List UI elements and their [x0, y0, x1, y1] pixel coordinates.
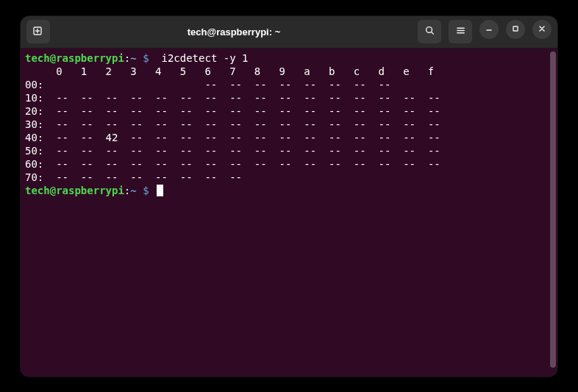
terminal-content: tech@raspberrypi:~ $ i2cdetect -y 1 0 1 … — [25, 51, 553, 197]
i2c-row-label: 10: — [25, 92, 43, 104]
prompt-symbol: $ — [143, 52, 149, 64]
search-icon — [424, 25, 435, 38]
i2c-row-label: 00: — [25, 79, 43, 90]
i2c-row-cells: -- -- -- -- -- -- -- -- -- -- -- -- -- -… — [43, 92, 440, 104]
minimize-icon — [485, 24, 493, 35]
prompt-user-host: tech@raspberrypi — [25, 185, 124, 196]
titlebar: tech@raspberrypi: ~ — [21, 16, 557, 49]
scrollbar[interactable] — [550, 51, 556, 368]
i2c-header: 0 1 2 3 4 5 6 7 8 9 a b c d e f — [25, 65, 434, 77]
titlebar-left — [26, 20, 50, 43]
hamburger-icon — [455, 25, 466, 38]
maximize-icon — [511, 24, 520, 35]
i2c-row-label: 60: — [25, 158, 43, 170]
i2c-row-cells: -- -- -- -- -- -- -- -- — [43, 171, 242, 183]
prompt-user-host: tech@raspberrypi — [25, 52, 124, 64]
i2c-row-label: 20: — [25, 105, 43, 117]
terminal-body[interactable]: tech@raspberrypi:~ $ i2cdetect -y 1 0 1 … — [21, 49, 557, 377]
i2c-row-cells: -- -- -- -- -- -- -- -- — [43, 79, 390, 90]
close-button[interactable] — [532, 20, 552, 39]
command-text: i2cdetect -y 1 — [161, 52, 248, 64]
window-title: tech@raspberrypi: ~ — [50, 26, 418, 38]
new-tab-button[interactable] — [26, 20, 50, 43]
close-icon — [538, 24, 546, 35]
i2c-row-label: 30: — [25, 118, 43, 130]
maximize-button[interactable] — [506, 20, 525, 39]
prompt-path: ~ — [130, 185, 136, 196]
prompt-path: ~ — [130, 52, 136, 64]
cursor — [157, 185, 163, 196]
terminal-window: tech@raspberrypi: ~ — [21, 16, 557, 377]
i2c-row-cells: -- -- -- -- -- -- -- -- -- -- -- -- -- -… — [43, 158, 440, 170]
i2c-row-label: 70: — [25, 171, 43, 183]
i2c-row-cells: -- -- -- -- -- -- -- -- -- -- -- -- -- -… — [43, 118, 440, 130]
titlebar-right — [418, 20, 552, 43]
minimize-button[interactable] — [479, 20, 499, 39]
i2c-row-cells: -- -- -- -- -- -- -- -- -- -- -- -- -- -… — [43, 145, 440, 157]
new-tab-icon — [32, 25, 44, 39]
i2c-row-label: 50: — [25, 145, 43, 157]
menu-button[interactable] — [449, 20, 472, 43]
i2c-row-label: 40: — [25, 132, 43, 143]
svg-rect-2 — [513, 26, 518, 31]
i2c-row-cells: -- -- -- -- -- -- -- -- -- -- -- -- -- -… — [43, 105, 440, 117]
i2c-row-cells: -- -- 42 -- -- -- -- -- -- -- -- -- -- -… — [43, 132, 440, 143]
prompt-symbol: $ — [143, 185, 149, 196]
search-button[interactable] — [418, 20, 441, 43]
